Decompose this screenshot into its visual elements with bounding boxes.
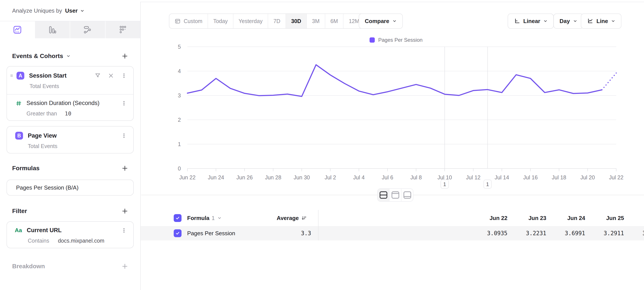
table-cell-value: 3.0865: [624, 230, 644, 236]
property-operator[interactable]: Greater than: [26, 110, 57, 117]
x-axis-tick-label: Jul 14: [494, 174, 509, 180]
event-letter-badge: B: [15, 132, 23, 140]
view-toggle-table-only[interactable]: [401, 189, 413, 201]
breakdown-header: Breakdown: [12, 263, 128, 270]
add-formula-button[interactable]: [122, 165, 128, 171]
chevron-down-icon[interactable]: [66, 54, 70, 58]
filter-card-current-url[interactable]: Aa Current URL Contains docs.mixpanel.co…: [6, 221, 134, 248]
event-aggregation[interactable]: Total Events: [7, 80, 133, 94]
line-chart[interactable]: 012345Jun 22Jun 24Jun 26Jun 28Jun 30Jul …: [141, 0, 644, 196]
analyze-uniques-control: Analyze Uniques by User: [12, 8, 85, 14]
row-average-value: 3.3: [301, 226, 311, 240]
table-vertical-divider: [318, 210, 318, 240]
chevron-down-icon[interactable]: [80, 9, 85, 13]
row-label: Pages Per Session: [187, 230, 235, 237]
average-label: Average: [276, 215, 299, 221]
sort-descending-icon: [301, 215, 306, 221]
view-toggle-chart-only[interactable]: [389, 189, 401, 201]
table-column-header[interactable]: Jun 23: [508, 215, 546, 221]
close-icon[interactable]: [108, 73, 114, 79]
table-cell-value: 3.2911: [585, 230, 624, 236]
add-event-button[interactable]: [122, 53, 128, 59]
filter-heading: Filter: [12, 208, 27, 215]
annotation-badge-count: 1: [443, 181, 446, 187]
table-row-values: 3.09353.22313.69913.29113.08652.99183.00…: [459, 226, 644, 240]
property-value[interactable]: 10: [65, 110, 71, 117]
x-axis-tick-label: Jul 16: [523, 174, 538, 180]
query-builder-sidebar: Analyze Uniques by User Events & Cohorts…: [0, 2, 141, 290]
tab-flows[interactable]: [70, 21, 105, 38]
filter-header: Filter: [12, 208, 128, 215]
x-axis-tick-label: Jul 22: [609, 174, 624, 180]
table-cell-value: 3.2231: [508, 230, 546, 236]
x-axis-tick-label: Jun 30: [294, 174, 310, 180]
analyze-label: Analyze Uniques by: [12, 8, 62, 14]
row-checkbox[interactable]: [174, 229, 182, 237]
event-title[interactable]: Page View: [28, 132, 121, 139]
text-property-icon: Aa: [15, 227, 22, 234]
x-axis-tick-label: Jun 28: [265, 174, 281, 180]
x-axis-tick-label: Jul 6: [382, 174, 393, 180]
y-axis-tick-label: 5: [178, 44, 181, 50]
event-letter-badge: A: [16, 72, 24, 80]
tab-insights[interactable]: [0, 21, 35, 38]
add-filter-button[interactable]: [122, 208, 128, 214]
x-axis-tick-label: Jul 4: [353, 174, 365, 180]
x-axis-tick-label: Jul 8: [410, 174, 422, 180]
events-cohorts-heading: Events & Cohorts: [12, 53, 63, 60]
view-toggle-split[interactable]: [378, 189, 389, 201]
tab-funnels[interactable]: [35, 21, 70, 38]
filter-operator[interactable]: Contains: [28, 238, 49, 244]
table-header-row: Formula 1 Average Jun 22Jun 23Jun 24Jun …: [141, 210, 644, 226]
x-axis-tick-label: Jul 2: [324, 174, 336, 180]
kebab-menu-icon[interactable]: [121, 100, 127, 106]
table-column-header[interactable]: Jun 26: [624, 215, 644, 221]
table-column-header[interactable]: Jun 25: [585, 215, 624, 221]
insights-report-page: Analyze Uniques by User Events & Cohorts…: [0, 0, 644, 290]
y-axis-tick-label: 2: [178, 117, 181, 123]
formula-input[interactable]: Pages Per Session (B/A): [6, 180, 134, 196]
event-title[interactable]: Session Start: [29, 72, 95, 79]
select-all-checkbox[interactable]: [174, 214, 182, 222]
formula-group-label[interactable]: Formula: [187, 215, 210, 221]
y-axis-tick-label: 3: [178, 92, 181, 99]
kebab-menu-icon[interactable]: [121, 228, 127, 233]
formulas-heading: Formulas: [12, 165, 40, 172]
series-line-dotted-segment: [602, 73, 616, 90]
average-column-header[interactable]: Average: [276, 210, 306, 226]
drag-handle-icon[interactable]: [10, 73, 15, 78]
x-axis-tick-label: Jul 10: [438, 174, 452, 180]
table-series-header: Formula 1 Average: [141, 210, 318, 226]
event-aggregation[interactable]: Total Events: [7, 140, 133, 154]
x-axis-tick-label: Jun 22: [179, 174, 196, 180]
formula-group-number: 1: [212, 215, 215, 221]
kebab-menu-icon[interactable]: [121, 133, 127, 138]
table-cell-value: 3.0935: [468, 230, 508, 236]
y-axis-tick-label: 1: [178, 141, 181, 147]
table-date-columns: Jun 22Jun 23Jun 24Jun 25Jun 26Jun 27Jun …: [459, 210, 644, 226]
event-card-session-start[interactable]: A Session Start Total Events Session Dur…: [6, 66, 134, 121]
table-row[interactable]: Pages Per Session 3.3 3.09353.22313.6991…: [141, 226, 644, 240]
event-card-page-view[interactable]: B Page View Total Events: [6, 126, 134, 153]
table-column-header[interactable]: Jun 24: [546, 215, 585, 221]
y-axis-tick-label: 0: [178, 165, 181, 171]
view-layout-toggle: [377, 188, 414, 202]
filter-property-title[interactable]: Current URL: [27, 227, 121, 234]
kebab-menu-icon[interactable]: [121, 73, 127, 79]
chevron-down-icon[interactable]: [217, 216, 222, 220]
table-row-series: Pages Per Session 3.3: [141, 226, 318, 240]
tab-retention[interactable]: [105, 21, 140, 38]
formulas-header: Formulas: [12, 165, 128, 172]
filter-value[interactable]: docs.mixpanel.com: [58, 238, 104, 244]
breakdown-heading: Breakdown: [12, 263, 45, 270]
x-axis-tick-label: Jul 12: [466, 174, 480, 180]
x-axis-tick-label: Jun 24: [208, 174, 224, 180]
analyze-value-dropdown[interactable]: User: [65, 8, 78, 14]
numeric-property-icon: [16, 100, 22, 106]
add-breakdown-button[interactable]: [122, 263, 128, 269]
report-type-tabs: [0, 21, 140, 38]
property-filter-title[interactable]: Session Duration (Seconds): [26, 100, 121, 107]
filter-icon[interactable]: [95, 73, 101, 79]
table-column-header[interactable]: Jun 22: [468, 215, 508, 221]
formula-text[interactable]: Pages Per Session (B/A): [16, 184, 78, 191]
